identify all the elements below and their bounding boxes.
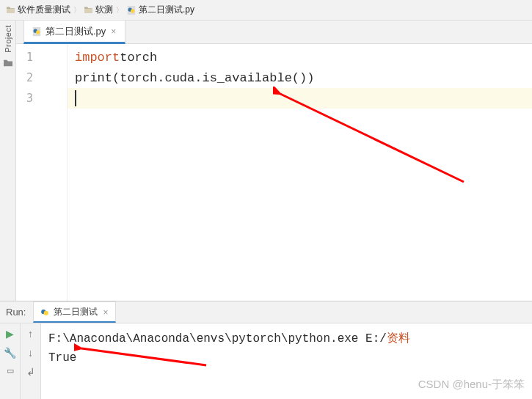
editor-area: 第二日测试.py × 1 2 3 import torch print(torc… [16,21,532,301]
module-name: torch [120,51,157,65]
console-line: F:\Anaconda\Anaconda\envs\pytorch\python… [48,329,525,348]
rerun-icon[interactable]: ▶ [6,328,14,340]
close-icon[interactable]: × [103,307,108,318]
console-path-zh: 资料 [387,332,410,345]
folder-icon [3,59,13,67]
code-line[interactable]: import torch [68,47,532,67]
line-number: 2 [16,67,67,88]
python-file-icon [32,26,42,37]
svg-point-5 [36,30,40,34]
console-output[interactable]: F:\Anaconda\Anaconda\envs\pytorch\python… [41,323,532,399]
breadcrumb-sep: 〉 [116,5,123,15]
paren-close: ) [307,71,314,85]
run-title: Run: [6,307,26,318]
svg-point-2 [131,9,134,12]
line-number: 1 [16,47,67,67]
project-label: Project [4,25,12,53]
breadcrumb-root[interactable]: 软件质量测试 [6,4,70,16]
editor-tab-label: 第二日测试.py [45,25,106,38]
svg-point-9 [44,310,48,315]
wrench-icon[interactable]: 🔧 [4,347,16,359]
keyword-import: import [75,51,120,65]
python-icon [40,307,50,318]
layout-icon[interactable]: ▭ [7,366,14,376]
code-body[interactable]: import torch print(torch.cuda.is_availab… [68,44,532,301]
run-toolbar-left: ▶ 🔧 ▭ [0,323,21,399]
breadcrumb-sep: 〉 [73,5,81,15]
main-area: Project 第二日测试.py × 1 2 3 import torch pr… [0,21,532,301]
run-toolbar-right: ↑ ↓ ↲ [21,323,41,399]
expression: torch.cuda.is_available() [120,71,307,85]
run-tab-active[interactable]: 第二日测试 × [33,301,116,323]
console-line-result: True [48,348,525,367]
code-line-current[interactable] [68,88,532,109]
run-tab-label: 第二日测试 [54,306,98,318]
close-icon[interactable]: × [111,26,116,37]
editor-tabs: 第二日测试.py × [16,21,532,44]
breadcrumb-file[interactable]: 第二日测试.py [126,4,194,16]
project-tool-window[interactable]: Project [0,21,16,301]
code-editor[interactable]: 1 2 3 import torch print(torch.cuda.is_a… [16,44,532,301]
folder-icon [84,6,93,14]
folder-icon [6,6,15,14]
breadcrumb-mid-label: 软测 [95,4,113,16]
gutter: 1 2 3 [16,44,68,301]
caret [75,90,76,106]
run-tool-window: Run: 第二日测试 × ▶ 🔧 ▭ ↑ ↓ ↲ F:\Anaconda\Ana… [0,301,532,399]
editor-tab-active[interactable]: 第二日测试.py × [23,20,125,44]
builtin-print: print [75,71,112,85]
soft-wrap-icon[interactable]: ↲ [26,366,35,378]
run-header: Run: 第二日测试 × [0,301,532,323]
console-path: F:\Anaconda\Anaconda\envs\pytorch\python… [48,332,387,345]
arrow-down-icon[interactable]: ↓ [28,347,33,359]
arrow-up-icon[interactable]: ↑ [28,328,33,340]
run-body: ▶ 🔧 ▭ ↑ ↓ ↲ F:\Anaconda\Anaconda\envs\py… [0,323,532,399]
breadcrumb-file-label: 第二日测试.py [139,4,194,16]
code-line[interactable]: print(torch.cuda.is_available()) [68,67,532,88]
line-number: 3 [16,88,67,109]
breadcrumb-root-label: 软件质量测试 [18,4,70,16]
breadcrumb-mid[interactable]: 软测 [84,4,113,16]
python-file-icon [126,5,136,15]
breadcrumb-bar: 软件质量测试 〉 软测 〉 第二日测试.py [0,0,532,21]
paren-open: ( [112,71,120,85]
